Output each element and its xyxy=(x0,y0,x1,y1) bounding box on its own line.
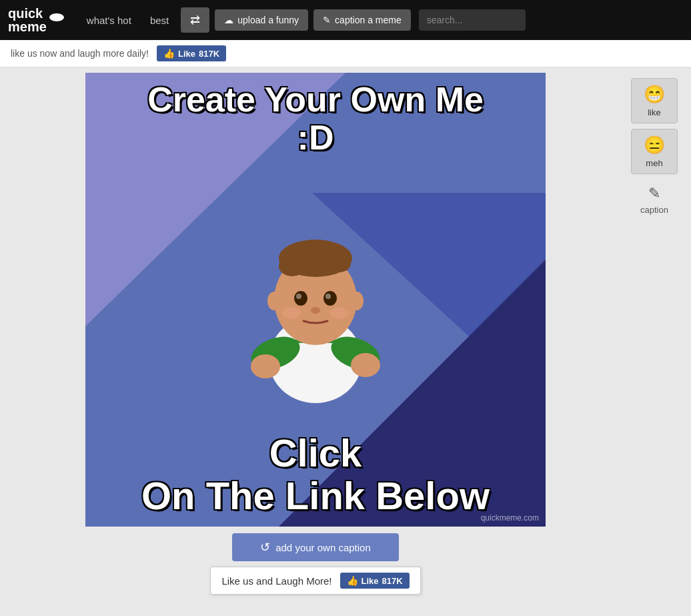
svg-point-8 xyxy=(279,256,305,276)
svg-point-5 xyxy=(351,353,380,377)
navbar: quick meme what's hot best ⇄ ☁ upload a … xyxy=(0,0,691,40)
svg-point-11 xyxy=(323,291,337,306)
svg-point-10 xyxy=(294,291,307,306)
content-area: Create Your Own Me :D xyxy=(0,73,631,600)
watermark: quickmeme.com xyxy=(481,513,539,523)
search-input[interactable] xyxy=(419,9,526,31)
meme-image: Create Your Own Me :D xyxy=(85,73,546,527)
svg-point-4 xyxy=(251,354,280,378)
like-button[interactable]: 😁 like xyxy=(631,78,678,123)
upload-icon: ☁ xyxy=(224,15,233,25)
popup-thumbs-icon: 👍 xyxy=(347,575,358,586)
svg-point-18 xyxy=(350,292,364,310)
thumbs-up-icon: 👍 xyxy=(163,48,175,59)
best-link[interactable]: best xyxy=(143,15,175,26)
caption-pencil-icon: ✎ xyxy=(648,185,660,202)
meme-text-bottom: Click On The Link Below xyxy=(85,432,546,517)
caption-icon: ✎ xyxy=(323,15,331,25)
meh-label: meh xyxy=(646,158,662,168)
popup-like-count: 817K xyxy=(382,576,403,586)
main-layout: Create Your Own Me :D xyxy=(0,67,691,605)
meme-background: Create Your Own Me :D xyxy=(85,73,546,527)
caption-label: caption a meme xyxy=(335,15,402,25)
like-label: like xyxy=(648,107,661,117)
popup-bar: Like us and Laugh More! 👍 Like 817K xyxy=(210,567,420,595)
meh-emoji-icon: 😑 xyxy=(644,135,665,156)
add-caption-icon: ↺ xyxy=(260,540,270,555)
popup-like-label: Like xyxy=(362,576,379,586)
add-caption-button[interactable]: ↺ add your own caption xyxy=(232,533,399,561)
upload-label: upload a funny xyxy=(237,15,299,25)
svg-point-15 xyxy=(282,307,301,319)
logo-text-line1: quick xyxy=(8,7,47,20)
caption-sidebar-label: caption xyxy=(640,205,668,215)
popup-text: Like us and Laugh More! xyxy=(221,575,331,587)
svg-point-16 xyxy=(330,307,349,319)
sidebar: 😁 like 😑 meh ✎ caption xyxy=(631,73,691,600)
add-caption-label: add your own caption xyxy=(275,542,371,553)
svg-point-12 xyxy=(296,294,301,299)
svg-point-13 xyxy=(325,294,331,299)
upload-button[interactable]: ☁ upload a funny xyxy=(215,9,308,31)
logo[interactable]: quick meme xyxy=(8,7,64,33)
shuffle-button[interactable]: ⇄ xyxy=(181,7,209,33)
baby-figure xyxy=(242,220,389,413)
fb-bar-text: like us now and laugh more daily! xyxy=(11,48,149,59)
fb-bar: like us now and laugh more daily! 👍 Like… xyxy=(0,40,691,67)
popup-like-button[interactable]: 👍 Like 817K xyxy=(340,573,410,589)
like-emoji-icon: 😁 xyxy=(644,84,665,105)
svg-point-14 xyxy=(311,307,320,314)
logo-text-line2: meme xyxy=(8,20,47,33)
meme-container: Create Your Own Me :D xyxy=(85,73,546,595)
meh-button[interactable]: 😑 meh xyxy=(631,129,678,174)
caption-meme-button[interactable]: ✎ caption a meme xyxy=(313,9,411,31)
whats-hot-link[interactable]: what's hot xyxy=(80,15,138,26)
meme-text-top: Create Your Own Me :D xyxy=(85,81,546,157)
svg-point-9 xyxy=(327,255,351,272)
caption-sidebar-button[interactable]: ✎ caption xyxy=(631,180,678,220)
fb-like-count: 817K xyxy=(199,49,219,59)
svg-point-17 xyxy=(267,292,281,310)
fb-like-button[interactable]: 👍 Like 817K xyxy=(157,45,226,61)
fb-like-label: Like xyxy=(178,49,195,59)
